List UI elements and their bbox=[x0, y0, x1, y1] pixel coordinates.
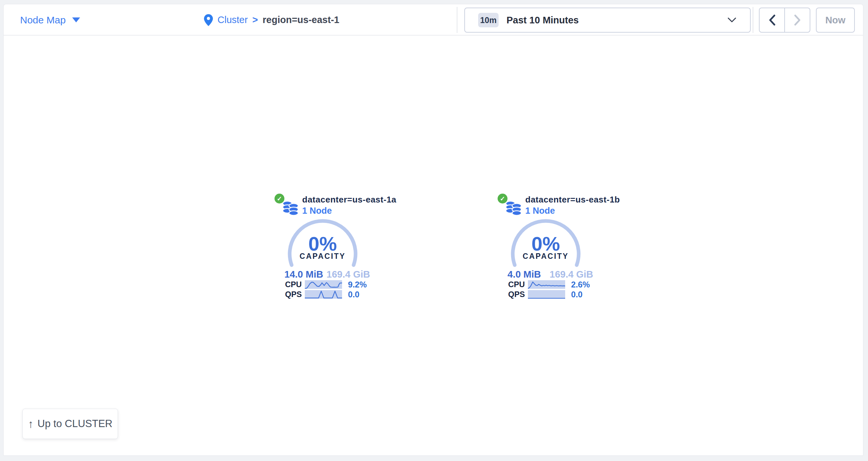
qps-value: 0.0 bbox=[348, 290, 360, 299]
qps-sparkline bbox=[305, 290, 342, 299]
qps-label: QPS bbox=[285, 290, 304, 299]
capacity-used: 14.0 MiB bbox=[284, 269, 323, 280]
node-count: 1 Node bbox=[302, 206, 332, 216]
capacity-percent: 0% bbox=[508, 234, 584, 254]
breadcrumb-cluster-link[interactable]: Cluster bbox=[217, 14, 248, 25]
datacenter-card-us-east-1a[interactable]: ✓ datacenter=us-east-1a 1 Node 0% CAP bbox=[277, 193, 375, 302]
node-map-page: Node Map Cluster > region=us-east-1 10m … bbox=[0, 0, 868, 461]
qps-sparkline bbox=[528, 290, 565, 299]
breadcrumb: Cluster > region=us-east-1 bbox=[204, 4, 339, 36]
header-divider bbox=[457, 7, 457, 33]
capacity-percent: 0% bbox=[285, 234, 361, 254]
cpu-value: 2.6% bbox=[571, 280, 590, 290]
capacity-values: 14.0 MiB 169.4 GiB bbox=[277, 269, 375, 280]
cpu-sparkline bbox=[528, 280, 565, 289]
chevron-right-icon bbox=[794, 14, 801, 26]
capacity-total: 169.4 GiB bbox=[550, 269, 593, 280]
time-nav-buttons bbox=[759, 7, 810, 33]
capacity-used: 4.0 MiB bbox=[507, 269, 541, 280]
healthy-check-icon: ✓ bbox=[275, 194, 284, 203]
chevron-down-icon bbox=[727, 18, 736, 23]
capacity-gauge: 0% CAPACITY bbox=[508, 218, 584, 270]
time-range-label: Past 10 Minutes bbox=[506, 15, 579, 26]
view-selector-dropdown[interactable]: Node Map bbox=[20, 4, 80, 36]
node-map-panel: Node Map Cluster > region=us-east-1 10m … bbox=[3, 4, 863, 456]
qps-metric-row: QPS 0.0 bbox=[500, 290, 598, 299]
cpu-value: 9.2% bbox=[348, 280, 367, 290]
datacenter-card-us-east-1b[interactable]: ✓ datacenter=us-east-1b 1 Node 0% CAP bbox=[500, 193, 598, 302]
capacity-label: CAPACITY bbox=[508, 252, 584, 261]
cpu-label: CPU bbox=[285, 280, 304, 289]
cpu-metric-row: CPU 2.6% bbox=[500, 280, 598, 289]
breadcrumb-current-location: region=us-east-1 bbox=[262, 14, 339, 25]
time-next-button[interactable] bbox=[785, 8, 810, 32]
database-stack-icon bbox=[505, 199, 523, 216]
location-pin-icon bbox=[204, 14, 213, 26]
capacity-label: CAPACITY bbox=[285, 252, 361, 261]
header-divider bbox=[753, 7, 753, 33]
datacenter-title: datacenter=us-east-1b bbox=[525, 195, 620, 205]
time-prev-button[interactable] bbox=[760, 8, 785, 32]
cpu-label: CPU bbox=[508, 280, 527, 289]
qps-metric-row: QPS 0.0 bbox=[277, 290, 375, 299]
view-selector-label: Node Map bbox=[20, 14, 66, 26]
healthy-check-icon: ✓ bbox=[498, 194, 507, 203]
datacenter-title: datacenter=us-east-1a bbox=[302, 195, 397, 205]
qps-label: QPS bbox=[508, 290, 527, 299]
now-button[interactable]: Now bbox=[816, 7, 855, 33]
node-count: 1 Node bbox=[525, 206, 555, 216]
up-to-cluster-label: Up to CLUSTER bbox=[37, 418, 112, 430]
breadcrumb-separator: > bbox=[252, 14, 258, 25]
qps-value: 0.0 bbox=[571, 290, 583, 299]
time-range-badge: 10m bbox=[478, 13, 499, 27]
up-arrow-icon: ↑ bbox=[28, 418, 34, 430]
capacity-total: 169.4 GiB bbox=[327, 269, 370, 280]
capacity-values: 4.0 MiB 169.4 GiB bbox=[500, 269, 598, 280]
up-to-cluster-button[interactable]: ↑ Up to CLUSTER bbox=[23, 409, 118, 439]
time-range-dropdown[interactable]: 10m Past 10 Minutes bbox=[464, 7, 751, 33]
cpu-sparkline bbox=[305, 280, 342, 289]
capacity-gauge: 0% CAPACITY bbox=[285, 218, 361, 270]
chevron-left-icon bbox=[769, 14, 776, 26]
header-bar: Node Map Cluster > region=us-east-1 10m … bbox=[4, 4, 863, 36]
database-stack-icon bbox=[282, 199, 300, 216]
cpu-metric-row: CPU 9.2% bbox=[277, 280, 375, 289]
chevron-down-icon bbox=[72, 18, 80, 22]
